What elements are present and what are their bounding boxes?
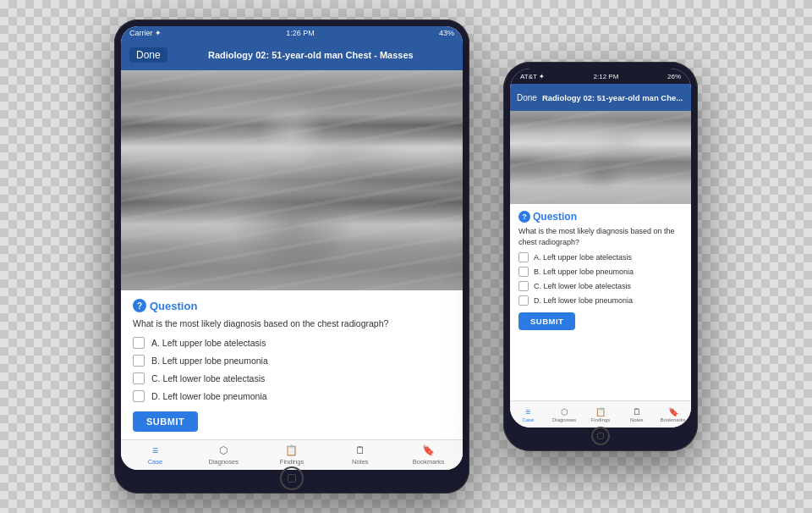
tab-diagnoses-label: Diagnoses <box>208 458 238 466</box>
tab-notes-label: Notes <box>352 458 369 466</box>
phone-tab-case[interactable]: ≡ Case <box>510 407 546 422</box>
question-icon: ? <box>133 299 146 312</box>
tablet-time: 1:26 PM <box>286 29 315 37</box>
phone-done-button[interactable]: Done <box>517 93 537 102</box>
phone-answer-label-b: B. Left upper lobe pneumonia <box>534 268 634 276</box>
phone-case-icon: ≡ <box>525 407 530 416</box>
checkbox-d[interactable] <box>133 390 145 402</box>
tab-bookmarks[interactable]: 🔖 Bookmarks <box>394 444 463 466</box>
tablet-device: Carrier ✦ 1:26 PM 43% Done Radiology 02:… <box>114 19 469 494</box>
phone-tab-findings-label: Findings <box>591 417 611 422</box>
phone-tab-bar: ≡ Case ⬡ Diagnoses 📋 Findings 🗒 Notes 🔖 … <box>510 400 691 428</box>
phone-checkbox-d[interactable] <box>518 295 529 306</box>
phone-status-bar: AT&T ✦ 2:12 PM 26% <box>510 69 691 84</box>
tablet-battery: 43% <box>439 29 454 37</box>
phone-tab-notes[interactable]: 🗒 Notes <box>618 407 655 422</box>
tablet-screen: Carrier ✦ 1:26 PM 43% Done Radiology 02:… <box>121 26 463 470</box>
answer-option-d[interactable]: D. Left lower lobe pneumonia <box>133 390 451 402</box>
case-icon: ≡ <box>152 444 158 456</box>
phone-submit-button[interactable]: SUBMIT <box>518 312 575 330</box>
answer-label-b: B. Left upper lobe pneumonia <box>151 356 268 366</box>
checkbox-c[interactable] <box>133 372 145 384</box>
phone-tab-notes-label: Notes <box>630 417 644 422</box>
phone-checkbox-a[interactable] <box>518 252 529 262</box>
answer-label-a: A. Left upper lobe atelectasis <box>151 338 266 348</box>
answer-option-a[interactable]: A. Left upper lobe atelectasis <box>133 337 451 349</box>
phone-tab-case-label: Case <box>522 417 534 422</box>
tablet-xray-image <box>121 70 463 290</box>
xray-ribcage <box>121 70 463 290</box>
phone-tab-diagnoses-label: Diagnoses <box>552 417 576 422</box>
phone-question-header: ? Question <box>518 211 683 223</box>
phone-battery: 26% <box>667 73 681 80</box>
tablet-nav-bar: Done Radiology 02: 51-year-old man Chest… <box>121 40 463 70</box>
phone-question-icon: ? <box>518 211 530 223</box>
phone-screen: AT&T ✦ 2:12 PM 26% Done Radiology 02: 51… <box>510 69 691 428</box>
tab-diagnoses[interactable]: ⬡ Diagnoses <box>189 444 258 466</box>
phone-answer-option-a[interactable]: A. Left upper lobe atelectasis <box>518 252 683 262</box>
phone-nav-title: Radiology 02: 51-year-old man Che... <box>542 93 683 102</box>
phone-answer-option-d[interactable]: D. Left lower lobe pneumonia <box>518 295 683 306</box>
phone-tab-diagnoses[interactable]: ⬡ Diagnoses <box>546 407 583 422</box>
phone-checkbox-b[interactable] <box>518 267 529 277</box>
tablet-tab-bar: ≡ Case ⬡ Diagnoses 📋 Findings 🗒 Notes 🔖 … <box>121 439 463 470</box>
phone-home-bar <box>510 428 691 444</box>
phone-xray-ribcage <box>510 111 691 204</box>
phone-time: 2:12 PM <box>594 73 619 80</box>
tablet-carrier: Carrier ✦ <box>129 29 162 37</box>
phone-answer-option-c[interactable]: C. Left lower lobe atelectasis <box>518 281 683 291</box>
phone-answer-option-b[interactable]: B. Left upper lobe pneumonia <box>518 267 683 277</box>
phone-home-button-inner <box>597 433 604 439</box>
phone-carrier: AT&T ✦ <box>520 73 545 80</box>
checkbox-b[interactable] <box>133 355 145 367</box>
tab-bookmarks-label: Bookmarks <box>413 458 445 466</box>
tablet-done-button[interactable]: Done <box>129 47 167 63</box>
answer-label-d: D. Left lower lobe pneumonia <box>151 391 267 401</box>
tablet-nav-title: Radiology 02: 51-year-old man Chest - Ma… <box>167 50 454 60</box>
tab-notes[interactable]: 🗒 Notes <box>326 444 394 466</box>
phone-checkbox-c[interactable] <box>518 281 529 291</box>
phone-question-text: What is the most likely diagnosis based … <box>518 226 683 247</box>
tab-case[interactable]: ≡ Case <box>121 444 189 466</box>
phone-question-content: ? Question What is the most likely diagn… <box>510 204 691 400</box>
phone-findings-icon: 📋 <box>595 407 606 416</box>
checkbox-a[interactable] <box>133 337 145 349</box>
question-title: Question <box>150 300 197 312</box>
tablet-submit-button[interactable]: SUBMIT <box>133 411 198 432</box>
phone-answer-label-c: C. Left lower lobe atelectasis <box>534 282 631 290</box>
answer-option-c[interactable]: C. Left lower lobe atelectasis <box>133 372 451 384</box>
tablet-status-bar: Carrier ✦ 1:26 PM 43% <box>121 26 463 40</box>
phone-xray-image <box>510 111 691 204</box>
phone-question-title: Question <box>533 211 577 223</box>
notes-icon: 🗒 <box>355 444 365 456</box>
phone-device: AT&T ✦ 2:12 PM 26% Done Radiology 02: 51… <box>503 62 698 451</box>
diagnoses-icon: ⬡ <box>219 444 228 456</box>
tablet-home-bar <box>121 470 463 487</box>
phone-nav-bar: Done Radiology 02: 51-year-old man Che..… <box>510 84 691 111</box>
tab-case-label: Case <box>148 458 163 466</box>
bookmarks-icon: 🔖 <box>422 444 435 456</box>
phone-tab-findings[interactable]: 📋 Findings <box>583 407 619 422</box>
phone-bookmarks-icon: 🔖 <box>668 407 678 416</box>
phone-diagnoses-icon: ⬡ <box>561 407 568 416</box>
phone-answer-label-d: D. Left lower lobe pneumonia <box>534 296 633 305</box>
question-header: ? Question <box>133 299 451 312</box>
tablet-home-button[interactable] <box>280 466 304 490</box>
tab-findings[interactable]: 📋 Findings <box>258 444 326 466</box>
phone-home-button[interactable] <box>591 427 610 445</box>
question-text: What is the most likely diagnosis based … <box>133 317 451 330</box>
answer-label-c: C. Left lower lobe atelectasis <box>151 373 265 383</box>
phone-tab-bookmarks[interactable]: 🔖 Bookmarks <box>655 407 691 422</box>
findings-icon: 📋 <box>285 444 298 456</box>
home-button-inner <box>288 474 296 483</box>
answer-option-b[interactable]: B. Left upper lobe pneumonia <box>133 355 451 367</box>
tablet-question-content: ? Question What is the most likely diagn… <box>121 290 463 439</box>
phone-notes-icon: 🗒 <box>633 407 641 416</box>
phone-answer-label-a: A. Left upper lobe atelectasis <box>534 253 632 262</box>
phone-tab-bookmarks-label: Bookmarks <box>661 417 686 422</box>
tab-findings-label: Findings <box>280 458 304 466</box>
